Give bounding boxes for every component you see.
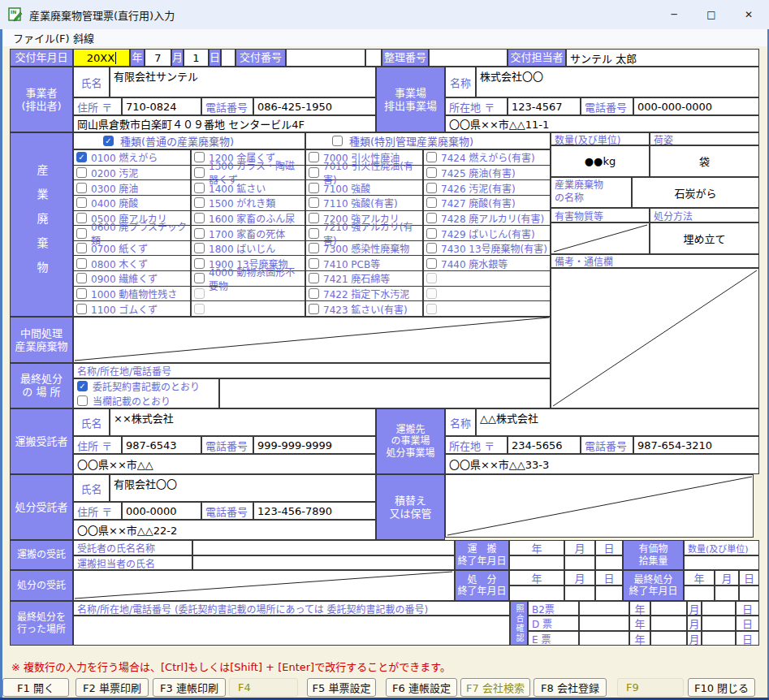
- checkbox-icon[interactable]: [194, 243, 205, 253]
- checkbox-icon[interactable]: [76, 213, 87, 223]
- waste-type-option[interactable]: 0400 廃酸: [74, 196, 190, 211]
- checkbox-icon[interactable]: [194, 197, 205, 208]
- transport-end-month-input[interactable]: [564, 555, 595, 570]
- checkbox-icon[interactable]: [309, 183, 319, 193]
- transship-input[interactable]: [445, 474, 754, 538]
- checkbox-icon[interactable]: [194, 183, 205, 193]
- checkbox-icon[interactable]: [309, 167, 319, 178]
- waste-type-option[interactable]: 7423 鉱さい(有害): [306, 301, 422, 316]
- disposal-method-input[interactable]: 埋め立て: [650, 223, 759, 254]
- checkbox-icon[interactable]: [426, 152, 437, 162]
- emitter-address-input[interactable]: 岡山県倉敷市白楽町４０９番地 センタービル4F: [73, 115, 376, 132]
- emitter-name-input[interactable]: 有限会社サンテル: [110, 67, 376, 97]
- checkbox-icon[interactable]: [194, 167, 205, 178]
- collate-d-month-input[interactable]: [702, 616, 736, 631]
- transport-dest-address-input[interactable]: 〇〇県××市△△33-3: [445, 454, 759, 474]
- checkbox-icon[interactable]: [194, 273, 205, 283]
- waste-type-option[interactable]: 1000 動植物性残さ: [74, 287, 190, 302]
- checkbox-icon[interactable]: [309, 152, 319, 162]
- waste-type-option[interactable]: 7421 廃石綿等: [306, 271, 422, 287]
- remarks-input[interactable]: [551, 268, 759, 408]
- waste-name-input[interactable]: 石炭がら: [632, 177, 759, 208]
- transport-dest-zip-input[interactable]: 234-5656: [508, 436, 581, 454]
- transporter-tel-input[interactable]: 999-999-9999: [253, 436, 376, 454]
- disposer-address-input[interactable]: 〇〇県××市△△22-2: [73, 520, 376, 540]
- waste-type-option[interactable]: 7210 強アルカリ(有害): [306, 226, 422, 241]
- fn-f1-open-button[interactable]: F1 開く: [2, 678, 69, 697]
- issue-year-input[interactable]: 20XX: [73, 49, 130, 67]
- final-place-input[interactable]: [73, 616, 510, 646]
- collate-d-year-input[interactable]: [650, 616, 687, 631]
- emitter-zip-input[interactable]: 710-0824: [122, 97, 201, 115]
- menu-diagonal[interactable]: 斜線: [68, 30, 99, 45]
- waste-type-option[interactable]: 7429 ばいじん(有害): [424, 226, 550, 241]
- fn-f5-single-setting-button[interactable]: F5 単票設定: [307, 678, 376, 697]
- checkbox-icon[interactable]: [76, 273, 87, 283]
- checkbox-icon[interactable]: [194, 228, 205, 239]
- waste-type-option[interactable]: 7300 感染性廃棄物: [306, 241, 422, 257]
- issue-number-input[interactable]: [286, 49, 365, 67]
- disposer-tel-input[interactable]: 123-456-7890: [253, 502, 376, 520]
- checkbox-icon[interactable]: [309, 228, 319, 239]
- emit-site-address-input[interactable]: 〇〇県××市△△11-1: [445, 115, 759, 132]
- waste-type-option[interactable]: 7424 燃えがら(有害): [424, 150, 550, 166]
- intermediate-input[interactable]: [73, 317, 551, 363]
- collate-e-month-input[interactable]: [702, 631, 736, 646]
- checkbox-icon[interactable]: [76, 167, 87, 178]
- waste-type-option[interactable]: 7100 強酸: [306, 180, 422, 196]
- close-button[interactable]: ✕: [730, 0, 767, 29]
- waste-type-option[interactable]: 7430 13号廃棄物(有害): [424, 241, 550, 257]
- waste-type-option[interactable]: 7422 指定下水汚泥: [306, 287, 422, 302]
- checkbox-icon[interactable]: [194, 152, 205, 162]
- issue-day-input[interactable]: 1: [184, 49, 209, 67]
- checkbox-icon[interactable]: ✓: [103, 136, 114, 146]
- waste-type-option[interactable]: 0600 廃プラスチック類: [74, 226, 190, 241]
- transport-end-day-input[interactable]: [595, 555, 623, 570]
- checkbox-icon[interactable]: ✓: [77, 381, 88, 391]
- quantity-input[interactable]: ●●kg: [551, 145, 650, 177]
- menu-file[interactable]: ファイル(F): [8, 30, 75, 45]
- fn-f8-company-register-button[interactable]: F8 会社登録: [534, 678, 607, 697]
- transporter-address-input[interactable]: 〇〇県××市△△: [73, 454, 376, 474]
- collate-b2-month-input[interactable]: [702, 601, 736, 616]
- package-input[interactable]: 袋: [650, 145, 759, 177]
- waste-type-option[interactable]: 4000 動物系固形不要物: [192, 271, 305, 287]
- fn-f3-continuous-print-button[interactable]: F3 連帳印刷: [153, 678, 226, 697]
- waste-type-option[interactable]: 7428 廃アルカリ(有害): [424, 211, 550, 227]
- waste-type-option[interactable]: ✓0100 燃えがら: [74, 150, 190, 166]
- fn-f2-single-print-button[interactable]: F2 単票印刷: [76, 678, 149, 697]
- checkbox-icon[interactable]: [76, 304, 87, 314]
- checkbox-icon[interactable]: [426, 258, 437, 269]
- waste-type-option[interactable]: 7440 廃水銀等: [424, 256, 550, 271]
- disposal-end-year-input[interactable]: [509, 585, 564, 601]
- checkbox-icon[interactable]: [77, 395, 88, 406]
- waste-type-option[interactable]: 7427 廃酸(有害): [424, 196, 550, 211]
- checkbox-icon[interactable]: [309, 243, 319, 253]
- collate-b2-input[interactable]: [579, 601, 629, 616]
- issue-month-input[interactable]: 7: [145, 49, 171, 67]
- transporter-zip-input[interactable]: 987-6543: [122, 436, 201, 454]
- waste-type-option[interactable]: 7110 強酸(有害): [306, 196, 422, 211]
- checkbox-icon[interactable]: [309, 197, 319, 208]
- checkbox-icon[interactable]: [309, 304, 319, 314]
- waste-type-option[interactable]: 1700 家畜の死体: [192, 226, 305, 241]
- minimize-button[interactable]: ─: [655, 0, 693, 29]
- final-site-input[interactable]: [219, 378, 551, 408]
- checkbox-icon[interactable]: [426, 167, 437, 178]
- collate-b2-year-input[interactable]: [650, 601, 687, 616]
- emitter-tel-input[interactable]: 086-425-1950: [253, 97, 376, 115]
- disposal-accept-input[interactable]: [73, 570, 455, 601]
- checkbox-icon[interactable]: [426, 183, 437, 193]
- transport-end-year-input[interactable]: [509, 555, 564, 570]
- checkbox-icon[interactable]: [332, 136, 343, 146]
- waste-type-option[interactable]: 1500 がれき類: [192, 196, 305, 211]
- maximize-button[interactable]: □: [693, 0, 730, 29]
- checkbox-icon[interactable]: ✓: [76, 152, 87, 162]
- waste-type-option[interactable]: 1600 家畜のふん尿: [192, 211, 305, 227]
- emit-site-zip-input[interactable]: 123-4567: [508, 97, 581, 115]
- waste-type-option[interactable]: 1300 ガラス・陶磁器くず: [192, 166, 305, 181]
- checkbox-icon[interactable]: [76, 183, 87, 193]
- fn-f6-continuous-setting-button[interactable]: F6 連帳設定: [386, 678, 457, 697]
- disposal-end-month-input[interactable]: [564, 585, 595, 601]
- transporter-name-input[interactable]: ××株式会社: [110, 408, 376, 436]
